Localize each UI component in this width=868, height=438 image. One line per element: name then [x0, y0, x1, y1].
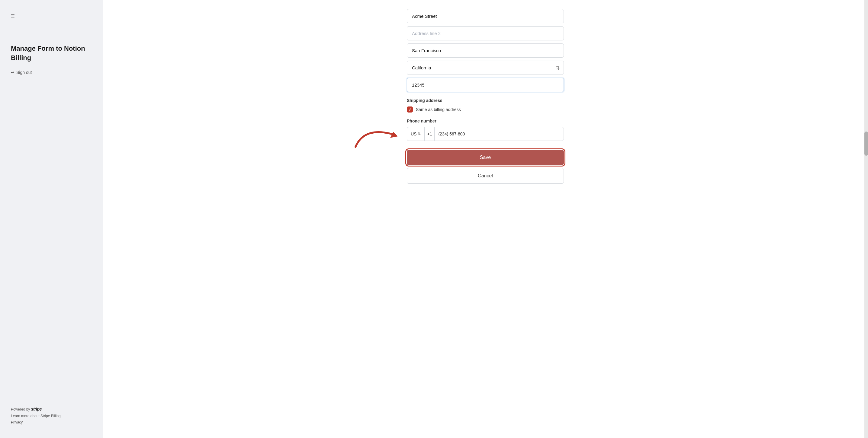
phone-country-code: US [411, 132, 416, 136]
sign-out-arrow-icon: ↩ [11, 70, 14, 75]
phone-input-wrapper: US ⇅ +1 [407, 127, 564, 141]
city-field [407, 43, 564, 58]
scrollbar-thumb[interactable] [864, 132, 868, 156]
phone-section-label: Phone number [407, 119, 564, 123]
phone-dial-code: +1 [425, 127, 435, 141]
checkmark-icon: ✓ [408, 107, 412, 112]
phone-country-arrows-icon: ⇅ [418, 132, 421, 136]
privacy-link[interactable]: Privacy [11, 420, 23, 425]
sidebar: ≡ Manage Form to Notion Billing ↩ Sign o… [0, 0, 103, 438]
sign-out-label: Sign out [16, 70, 32, 75]
zip-field [407, 78, 564, 92]
main-content: California New York Texas ⇅ Shipping add… [103, 0, 868, 438]
state-select[interactable]: California New York Texas [407, 61, 564, 75]
svg-marker-0 [390, 132, 398, 138]
address-line2-input[interactable] [407, 26, 564, 40]
street-input[interactable] [407, 9, 564, 23]
city-input[interactable] [407, 43, 564, 58]
stripe-logo: stripe [31, 407, 42, 411]
arrow-annotation [346, 114, 413, 150]
phone-field: US ⇅ +1 [407, 127, 564, 141]
list-icon: ≡ [11, 12, 92, 20]
same-as-billing-row: ✓ Same as billing address [407, 106, 564, 112]
save-section: Save [407, 144, 564, 168]
same-as-billing-label: Same as billing address [416, 107, 461, 112]
phone-number-input[interactable] [435, 127, 564, 141]
address-line2-field [407, 26, 564, 40]
same-as-billing-checkbox[interactable]: ✓ [407, 106, 413, 112]
cancel-button[interactable]: Cancel [407, 168, 564, 184]
save-button[interactable]: Save [407, 150, 564, 165]
state-field: California New York Texas ⇅ [407, 61, 564, 75]
form-container: California New York Texas ⇅ Shipping add… [407, 0, 564, 202]
page-title: Manage Form to Notion Billing [11, 44, 92, 63]
scrollbar-track[interactable] [864, 0, 868, 438]
phone-country-selector[interactable]: US ⇅ [407, 127, 425, 141]
sidebar-footer: Powered by stripe Learn more about Strip… [11, 405, 92, 426]
learn-more-link[interactable]: Learn more about Stripe Billing [11, 414, 61, 418]
sign-out-button[interactable]: ↩ Sign out [11, 70, 92, 75]
powered-by-text: Powered by [11, 407, 30, 411]
zip-input[interactable] [407, 78, 564, 92]
street-field [407, 9, 564, 23]
shipping-section-label: Shipping address [407, 98, 564, 103]
